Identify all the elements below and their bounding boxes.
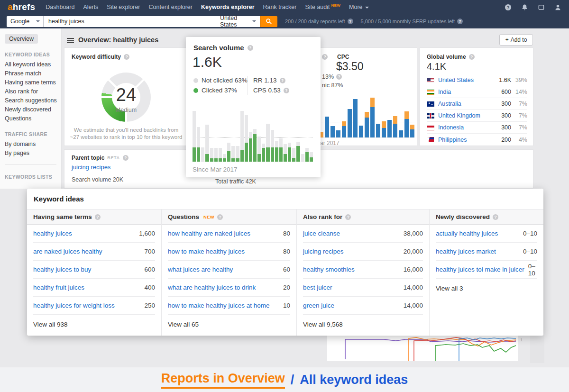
sidebar-item-by-domains[interactable]: By domains [5,140,61,149]
keyword-link[interactable]: actually healthy juices [436,230,498,237]
nav-item-keywords-explorer[interactable]: Keywords explorer [201,4,255,10]
sidebar-item-by-pages[interactable]: By pages [5,149,61,158]
bar [275,109,278,162]
country-row: Australia3007% [427,98,527,110]
info-icon[interactable]: ? [124,54,129,60]
menu-icon[interactable] [67,38,74,43]
keyword-link[interactable]: healthy juices market [436,248,496,255]
view-all-link[interactable]: View all 65 [162,315,296,334]
info-icon[interactable]: ? [348,18,353,24]
keyword-link[interactable]: healthy smoothies [303,266,355,273]
sidebar-item-search-suggestions[interactable]: Search suggestions [5,96,61,105]
logo-rest: hrefs [13,2,35,12]
ahrefs-logo[interactable]: ahrefs [8,2,35,12]
top-navbar: ahrefs DashboardAlertsSite explorerConte… [0,0,569,14]
country-row: Indonesia3007% [427,122,527,134]
info-icon[interactable]: ? [457,18,463,24]
keyword-link[interactable]: juice cleanse [303,230,340,237]
nav-item-dashboard[interactable]: Dashboard [46,4,74,10]
info-icon[interactable]: ? [284,88,289,93]
keyword-link[interactable]: best juicer [303,284,332,291]
keyword-row: what juices are healthy60 [168,261,290,279]
engine-select[interactable]: Google [7,16,44,27]
country-volume: 1.6K [499,77,511,83]
info-icon[interactable]: ? [280,78,285,83]
keyword-column-newly-discovered: Newly discovered?actually healthy juices… [429,210,543,336]
keyword-ideas-panel: Keyword ideas Having same terms?healthy … [27,189,543,336]
info-icon[interactable]: ? [493,214,498,220]
keyword-link[interactable]: healthy juices toi make in juicer [436,266,524,273]
keyword-link[interactable]: healthy juices for weight loss [33,302,115,309]
view-all-link[interactable]: View all 9,568 [297,315,429,334]
info-icon[interactable]: ? [248,45,253,51]
view-all-link[interactable]: View all 3 [430,279,543,298]
info-icon[interactable]: ? [322,54,328,60]
info-icon[interactable]: ? [345,214,351,220]
keyword-link[interactable]: healthy fruit juices [33,284,84,291]
country-link[interactable]: Indonesia [438,124,464,131]
sidebar-section-traffic-share: TRAFFIC SHARE [5,131,61,137]
keyword-link[interactable]: how to make healthy juices [168,248,245,255]
search-input[interactable] [44,16,216,27]
au-flag-icon [427,101,434,107]
sidebar-item-having-same-terms[interactable]: Having same terms [5,78,61,87]
help-icon[interactable]: ? [505,4,512,11]
keyword-volume: 80 [283,248,290,255]
nav-item-alerts[interactable]: Alerts [83,4,98,10]
keyword-link[interactable]: are naked juices healthy [33,248,102,255]
chevron-down-icon [36,20,40,22]
user-icon[interactable] [554,4,561,11]
keyword-link[interactable]: what are healthy juices to drink [168,284,256,291]
bar [399,98,403,137]
nav-item-rank-tracker[interactable]: Rank tracker [263,4,297,10]
parent-topic-title: Parent topicBETA? [72,155,128,161]
nav-item-content-explorer[interactable]: Content explorer [149,4,193,10]
country-link[interactable]: United Kingdom [438,112,480,119]
keyword-link[interactable]: what juices are healthy [168,266,233,273]
parent-topic-keyword[interactable]: juicing recipes [72,164,110,171]
apps-icon[interactable] [538,4,545,11]
primary-nav: DashboardAlertsSite explorerContent expl… [46,3,368,10]
bar [370,98,375,137]
ph-flag-icon [427,137,434,142]
country-link[interactable]: United States [438,77,474,83]
bar [301,109,304,162]
sidebar-item-newly-discovered[interactable]: Newly discovered [5,105,61,114]
country-link[interactable]: India [438,89,451,95]
country-select[interactable]: United States [216,16,260,27]
daily-reports-quota: 200 / 200 daily reports left? [285,18,353,24]
global-volume-value: 4.1K [427,61,446,72]
keyword-link[interactable]: how to make healthy juices at home [168,302,270,309]
country-link[interactable]: Philippines [438,137,467,143]
keyword-link[interactable]: juicing recipes [303,248,344,255]
sidebar-item-also-rank-for[interactable]: Also rank for [5,87,61,96]
keyword-link[interactable]: green juice [303,302,334,309]
sidebar-item-questions[interactable]: Questions [5,114,61,123]
keyword-link[interactable]: healthy juices [33,230,72,237]
country-link[interactable]: Australia [438,100,461,107]
keyword-volume: 80 [283,230,290,237]
info-icon[interactable]: ? [469,54,475,60]
sidebar-item-phrase-match[interactable]: Phrase match [5,69,61,78]
info-icon[interactable]: ? [95,214,101,220]
keyword-volume: 600 [144,266,155,273]
keyword-link[interactable]: healthy juices to buy [33,266,91,273]
sidebar-item-all-keyword-ideas[interactable]: All keyword ideas [5,60,61,69]
info-icon[interactable]: ? [123,155,128,161]
nav-item-site-audit[interactable]: Site auditNEW [305,3,340,10]
sidebar-item-overview[interactable]: Overview [5,34,38,44]
nav-item-more[interactable]: More [349,4,368,10]
search-button[interactable] [260,16,277,27]
keyword-difficulty-card: Keyword difficulty? 24 Medium We estimat… [64,47,187,146]
keyword-volume: 14,000 [404,284,423,291]
reports-in-overview-link[interactable]: Reports in Overview [161,371,285,389]
info-icon[interactable]: ? [336,74,342,80]
organic-percent: nic 87% [322,82,343,89]
keyword-link[interactable]: how healthy are naked juices [168,230,250,237]
info-icon[interactable]: ? [217,214,223,220]
nav-item-site-explorer[interactable]: Site explorer [107,4,140,10]
view-all-link[interactable]: View all 938 [27,315,161,334]
add-to-button[interactable]: +Add to [499,34,533,46]
keyword-row: healthy juices for weight loss250 [33,297,155,315]
notifications-icon[interactable] [521,4,528,11]
